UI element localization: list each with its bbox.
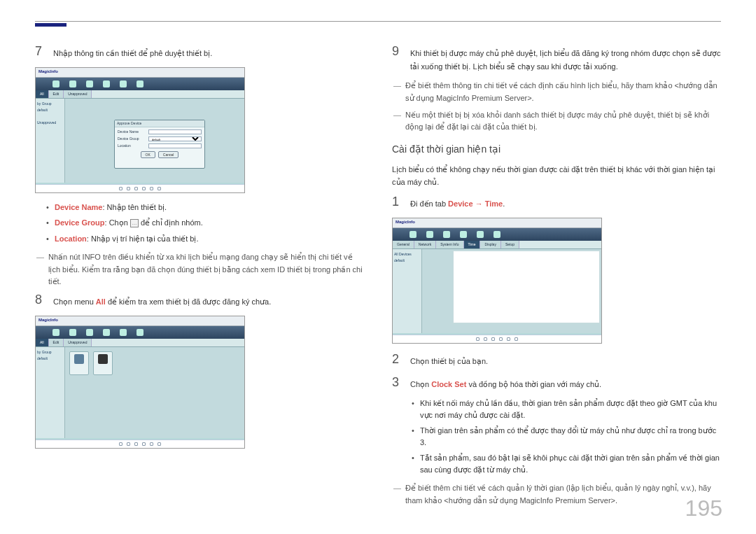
step-text: Chọn thiết bị của bạn. xyxy=(410,352,488,368)
location-input[interactable] xyxy=(148,143,202,148)
em: Time xyxy=(485,199,503,208)
subheading-time: Cài đặt thời gian hiện tại xyxy=(392,143,721,155)
step-text: Nhập thông tin cần thiết để phê duyệt th… xyxy=(53,44,212,60)
note-config: ― Để biết thêm thông tin chi tiết về các… xyxy=(393,80,721,104)
step-number: 7 xyxy=(35,44,46,60)
bullet-location: Location: Nhập vị trí hiện tại của thiết… xyxy=(48,233,364,245)
step-text: Khi thiết bị được máy chủ phê duyệt, lịc… xyxy=(410,44,721,73)
nav-icon xyxy=(52,80,59,87)
step-9: 9 Khi thiết bị được máy chủ phê duyệt, l… xyxy=(392,44,721,73)
nav-icon xyxy=(103,80,110,87)
footer-icon xyxy=(134,442,138,446)
ss-footer xyxy=(393,335,601,343)
text: Chọn xyxy=(410,380,431,388)
screenshot-all-devices: MagicInfo All Edit Unapproved by Groupde… xyxy=(35,316,245,449)
ss-main xyxy=(422,249,601,333)
text: Đi đến tab xyxy=(410,199,448,208)
ss-tab: Edit xyxy=(49,339,64,346)
ss-sidebar: All Devicesdefault xyxy=(393,249,422,333)
note-text: Nhấn nút INFO trên điều khiển từ xa khi … xyxy=(48,251,364,288)
nav-icon xyxy=(86,80,93,87)
time-step-1: 1 Đi đến tab Device → Time. xyxy=(392,195,721,211)
dash-icon: ― xyxy=(36,251,44,288)
nav-icon xyxy=(86,329,93,336)
field-label: Device Name xyxy=(118,129,146,134)
bullet: Khi kết nối máy chủ lần đầu, thời gian t… xyxy=(413,398,721,421)
ss-titlebar: MagicInfo xyxy=(36,68,244,78)
nav-icon xyxy=(493,231,500,238)
step-number: 2 xyxy=(392,352,403,368)
ss-body: by Groupdefault xyxy=(36,347,244,438)
ss-sidebar: by Groupdefault Unapproved xyxy=(36,99,65,183)
note-text: Nếu một thiết bị bị xóa khỏi danh sách t… xyxy=(405,109,721,134)
device-group-select[interactable]: default xyxy=(148,136,202,141)
footer-icon xyxy=(158,187,161,190)
nav-icon xyxy=(460,231,467,238)
dash-icon: ― xyxy=(393,109,401,134)
dialog-title: Approve Device xyxy=(115,120,204,127)
ss-tab: Unapproved xyxy=(64,90,92,98)
footer-icon xyxy=(476,337,479,341)
ss-main xyxy=(65,347,244,438)
text: : Chọn xyxy=(105,218,130,227)
footer-icon xyxy=(499,337,503,341)
device-icon xyxy=(98,354,108,364)
ss-tab: All xyxy=(36,339,49,346)
ss-brand: MagicInfo xyxy=(38,69,58,73)
approve-dialog: Approve Device Device Name Device Groupd… xyxy=(114,120,205,169)
nav-icon xyxy=(426,231,433,238)
footer-icon xyxy=(484,337,487,341)
em: Clock Set xyxy=(431,380,466,388)
ok-button[interactable]: OK xyxy=(141,151,155,158)
step-number: 9 xyxy=(392,44,403,73)
step-number: 1 xyxy=(392,195,403,211)
device-name-input[interactable] xyxy=(148,129,202,134)
right-column: 9 Khi thiết bị được máy chủ phê duyệt, l… xyxy=(392,44,721,511)
ss-tab: Network xyxy=(414,241,436,248)
dash-icon: ― xyxy=(393,80,401,104)
field-label: Device Group xyxy=(118,136,146,141)
footer-icon xyxy=(119,442,122,446)
device-icon xyxy=(74,354,84,364)
cancel-button[interactable]: Cancel xyxy=(158,151,179,158)
nav-icon xyxy=(443,231,450,238)
footer-icon xyxy=(127,187,130,190)
dash-icon: ― xyxy=(393,482,401,507)
nav-icon xyxy=(103,329,110,336)
nav-icon xyxy=(136,329,144,336)
time-step-3: 3 Chọn Clock Set và đồng bộ hóa thời gia… xyxy=(392,375,721,391)
left-column: 7 Nhập thông tin cần thiết để phê duyệt … xyxy=(35,44,364,511)
page-number: 195 xyxy=(685,496,722,521)
nav-icon xyxy=(120,329,127,336)
accent-bar xyxy=(35,23,66,27)
time-bullets: Khi kết nối máy chủ lần đầu, thời gian t… xyxy=(413,398,721,475)
step-8: 8 Chọn menu All để kiểm tra xem thiết bị… xyxy=(35,293,364,309)
step-7: 7 Nhập thông tin cần thiết để phê duyệt … xyxy=(35,44,364,60)
label: Location xyxy=(55,234,87,243)
em: All xyxy=(96,297,106,306)
ss-titlebar: MagicInfo xyxy=(36,316,244,326)
ss-titlebar: MagicInfo xyxy=(393,218,601,228)
label: Device Name xyxy=(55,203,103,211)
top-rule xyxy=(35,21,721,22)
bullet-device-name: Device Name: Nhập tên thiết bị. xyxy=(48,202,364,213)
ss-footer xyxy=(36,184,244,192)
field-label: Location xyxy=(118,143,146,148)
info-note: ― Nhấn nút INFO trên điều khiển từ xa kh… xyxy=(36,251,364,288)
ss-tab: Display xyxy=(480,241,500,248)
footer-icon xyxy=(142,187,146,190)
device-card xyxy=(93,351,113,375)
nav-icon xyxy=(477,231,484,238)
footer-icon xyxy=(158,442,161,446)
device-card xyxy=(69,351,89,375)
ss-tab: All xyxy=(36,90,49,98)
time-panel xyxy=(453,251,600,323)
time-step-2: 2 Chọn thiết bị của bạn. xyxy=(392,352,721,368)
bullet: Thời gian trên sản phẩm có thể được thay… xyxy=(413,425,721,448)
footer-icon xyxy=(127,442,130,446)
ss-tabs: General Network System Info Time Display… xyxy=(393,241,601,249)
bullet: Tắt sản phẩm, sau đó bật lại sẽ khôi phụ… xyxy=(413,452,721,475)
field-bullets: Device Name: Nhập tên thiết bị. Device G… xyxy=(48,202,364,245)
footer-icon xyxy=(514,337,518,341)
ss-sidebar: by Groupdefault xyxy=(36,347,65,438)
